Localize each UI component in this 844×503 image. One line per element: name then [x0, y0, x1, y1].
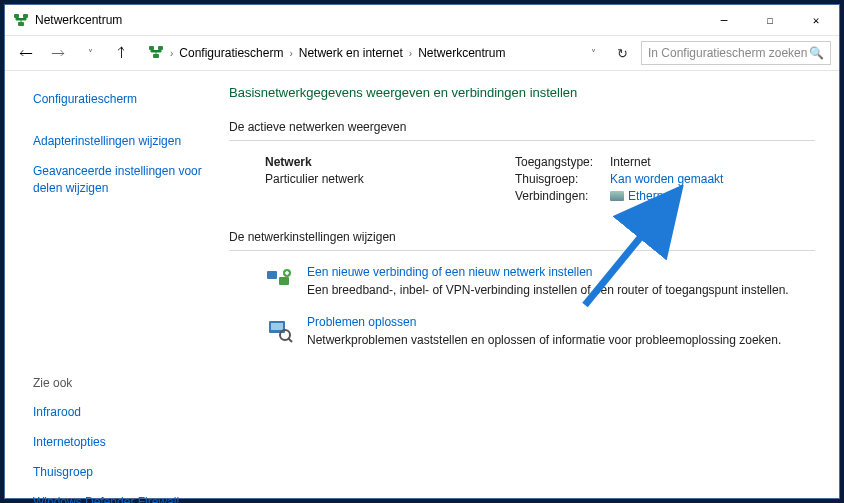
active-network: Netwerk Particulier netwerk Toegangstype… [229, 155, 815, 206]
sidebar-item-control-panel[interactable]: Configuratiescherm [33, 91, 203, 107]
svg-rect-10 [271, 323, 283, 330]
address-dropdown-icon[interactable]: ˅ [591, 48, 596, 59]
search-placeholder: In Configuratiescherm zoeken [648, 46, 809, 60]
chevron-right-icon[interactable]: › [289, 48, 292, 59]
sidebar-item-internet-options[interactable]: Internetopties [33, 434, 203, 450]
ethernet-icon [610, 191, 624, 201]
crumb-network-internet[interactable]: Netwerk en internet [299, 46, 403, 60]
app-icon [13, 12, 29, 28]
new-connection-icon [265, 265, 293, 293]
svg-rect-4 [158, 46, 163, 50]
crumb-network-center[interactable]: Netwerkcentrum [418, 46, 505, 60]
task-title: Een nieuwe verbinding of een nieuw netwe… [307, 265, 789, 279]
sidebar-item-advanced-sharing[interactable]: Geavanceerde instellingen voor delen wij… [33, 163, 203, 195]
minimize-button[interactable]: ─ [701, 5, 747, 35]
connection-link[interactable]: Ethernet [628, 189, 673, 203]
change-settings-header: De netwerkinstellingen wijzigen [229, 230, 815, 244]
window-frame: Netwerkcentrum ─ ☐ ✕ 🡐 🡒 ˅ 🡑 › Configura… [4, 4, 840, 499]
close-button[interactable]: ✕ [793, 5, 839, 35]
troubleshoot-icon [265, 315, 293, 343]
sidebar-item-infrared[interactable]: Infrarood [33, 404, 203, 420]
active-networks-header: De actieve netwerken weergeven [229, 120, 815, 134]
task-new-connection[interactable]: Een nieuwe verbinding of een nieuw netwe… [229, 265, 815, 297]
navigation-bar: 🡐 🡒 ˅ 🡑 › Configuratiescherm › Netwerk e… [5, 35, 839, 71]
content-area: Configuratiescherm Adapterinstellingen w… [5, 71, 839, 498]
recent-dropdown[interactable]: ˅ [77, 40, 103, 66]
address-bar[interactable]: › Configuratiescherm › Netwerk en intern… [141, 41, 603, 65]
crumb-control-panel[interactable]: Configuratiescherm [179, 46, 283, 60]
main-content: Basisnetwerkgegevens weergeven en verbin… [215, 71, 839, 498]
homegroup-link[interactable]: Kan worden gemaakt [610, 172, 723, 186]
chevron-right-icon[interactable]: › [170, 48, 173, 59]
search-input[interactable]: In Configuratiescherm zoeken 🔍 [641, 41, 831, 65]
svg-rect-7 [279, 277, 289, 285]
homegroup-label: Thuisgroep: [515, 172, 610, 186]
forward-button: 🡒 [45, 40, 71, 66]
page-title: Basisnetwerkgegevens weergeven en verbin… [229, 85, 815, 100]
window-title: Netwerkcentrum [35, 13, 701, 27]
task-title: Problemen oplossen [307, 315, 781, 329]
svg-rect-2 [18, 22, 24, 26]
task-desc: Een breedband-, inbel- of VPN-verbinding… [307, 283, 789, 297]
task-troubleshoot[interactable]: Problemen oplossen Netwerkproblemen vast… [229, 315, 815, 347]
network-name: Netwerk [265, 155, 485, 169]
svg-rect-3 [149, 46, 154, 50]
task-desc: Netwerkproblemen vaststellen en oplossen… [307, 333, 781, 347]
access-type-value: Internet [610, 155, 651, 169]
up-button[interactable]: 🡑 [109, 40, 135, 66]
address-icon [148, 44, 164, 63]
svg-line-12 [288, 338, 292, 342]
title-bar: Netwerkcentrum ─ ☐ ✕ [5, 5, 839, 35]
svg-rect-5 [153, 54, 159, 58]
svg-rect-0 [14, 14, 19, 18]
network-type: Particulier netwerk [265, 172, 485, 186]
svg-rect-6 [267, 271, 277, 279]
divider [229, 250, 815, 251]
chevron-right-icon[interactable]: › [409, 48, 412, 59]
refresh-button[interactable]: ↻ [609, 41, 635, 65]
divider [229, 140, 815, 141]
back-button[interactable]: 🡐 [13, 40, 39, 66]
search-icon: 🔍 [809, 46, 824, 60]
sidebar-item-adapter-settings[interactable]: Adapterinstellingen wijzigen [33, 133, 203, 149]
connections-label: Verbindingen: [515, 189, 610, 203]
maximize-button[interactable]: ☐ [747, 5, 793, 35]
access-type-label: Toegangstype: [515, 155, 610, 169]
sidebar-item-firewall[interactable]: Windows Defender Firewall [33, 494, 203, 503]
sidebar-item-homegroup[interactable]: Thuisgroep [33, 464, 203, 480]
network-properties: Toegangstype: Internet Thuisgroep: Kan w… [515, 155, 815, 206]
network-identity: Netwerk Particulier netwerk [265, 155, 485, 206]
svg-rect-1 [23, 14, 28, 18]
see-also-header: Zie ook [33, 376, 203, 390]
sidebar: Configuratiescherm Adapterinstellingen w… [5, 71, 215, 498]
